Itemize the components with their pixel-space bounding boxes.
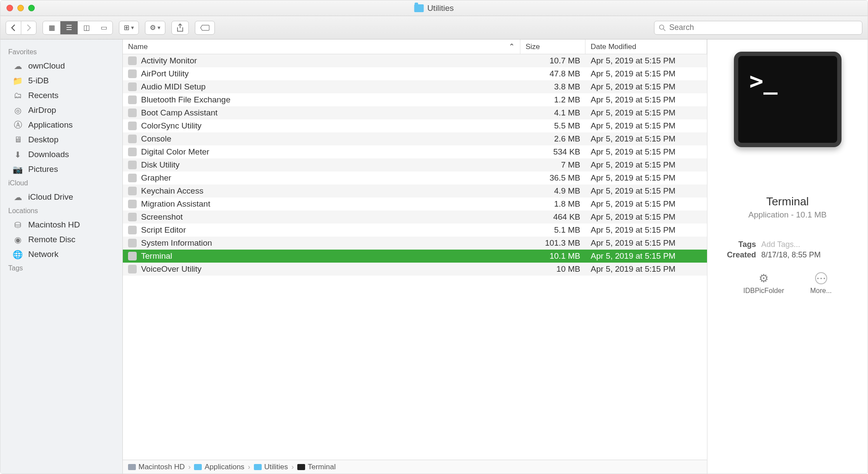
file-row[interactable]: VoiceOver Utility10 MBApr 5, 2019 at 5:1… [123, 263, 707, 276]
file-date: Apr 5, 2019 at 5:15 PM [585, 56, 707, 66]
preview-action-more[interactable]: ⋯ More... [810, 272, 832, 295]
sidebar-item-label: AirDrop [28, 105, 56, 115]
sidebar-item-label: Desktop [28, 135, 59, 145]
file-size: 464 KB [520, 212, 585, 222]
file-row[interactable]: Grapher36.5 MBApr 5, 2019 at 5:15 PM [123, 171, 707, 184]
svg-line-1 [664, 29, 666, 31]
file-size: 3.8 MB [520, 82, 585, 92]
file-row[interactable]: Digital Color Meter534 KBApr 5, 2019 at … [123, 145, 707, 158]
file-size: 7 MB [520, 160, 585, 170]
file-row[interactable]: ColorSync Utility5.5 MBApr 5, 2019 at 5:… [123, 119, 707, 132]
file-date: Apr 5, 2019 at 5:15 PM [585, 147, 707, 157]
column-header-date[interactable]: Date Modified [585, 40, 707, 54]
view-list-button[interactable]: ☰ [60, 21, 78, 34]
app-icon [128, 109, 137, 117]
column-header-size[interactable]: Size [520, 40, 585, 54]
sidebar-item[interactable]: 📷Pictures [0, 162, 122, 177]
file-date: Apr 5, 2019 at 5:15 PM [585, 225, 707, 235]
back-button[interactable] [6, 21, 21, 35]
preview-action-folder[interactable]: ⚙ IDBPicFolder [743, 272, 784, 295]
network-icon: 🌐 [13, 250, 23, 259]
sidebar-item-label: Macintosh HD [28, 220, 80, 230]
breadcrumb-separator: › [292, 463, 294, 471]
folder-icon [414, 4, 424, 12]
sidebar-item[interactable]: ⒶApplications [0, 118, 122, 132]
sidebar-item-label: Network [28, 250, 59, 259]
search-field[interactable] [654, 21, 862, 35]
preview-action-label: IDBPicFolder [743, 287, 784, 295]
breadcrumb-item[interactable]: Utilities [254, 463, 288, 471]
path-bar: Macintosh HD›Applications›Utilities›Term… [123, 460, 707, 474]
file-row[interactable]: Audio MIDI Setup3.8 MBApr 5, 2019 at 5:1… [123, 80, 707, 93]
traffic-lights [7, 5, 35, 11]
tags-button[interactable] [195, 21, 215, 35]
view-icons-button[interactable]: ▦ [43, 21, 60, 34]
minimize-window-button[interactable] [17, 5, 24, 11]
share-button[interactable] [171, 21, 189, 35]
breadcrumb-item[interactable]: Macintosh HD [128, 463, 185, 471]
breadcrumb-label: Applications [204, 463, 244, 471]
file-row[interactable]: Console2.6 MBApr 5, 2019 at 5:15 PM [123, 132, 707, 145]
tag-icon [200, 24, 210, 31]
breadcrumb-item[interactable]: Terminal [297, 463, 335, 471]
file-name: Console [141, 134, 171, 144]
chevron-down-icon: ▾ [131, 24, 134, 31]
file-date: Apr 5, 2019 at 5:15 PM [585, 186, 707, 196]
sidebar-item[interactable]: ⛁Macintosh HD [0, 217, 122, 232]
file-row[interactable]: Script Editor5.1 MBApr 5, 2019 at 5:15 P… [123, 224, 707, 237]
applications-icon: Ⓐ [13, 121, 23, 129]
sidebar-item[interactable]: ☁ownCloud [0, 59, 122, 73]
file-size: 5.5 MB [520, 121, 585, 131]
zoom-window-button[interactable] [28, 5, 35, 11]
sidebar-item[interactable]: 🌐Network [0, 247, 122, 262]
svg-point-0 [660, 25, 664, 29]
file-size: 101.3 MB [520, 238, 585, 248]
file-list[interactable]: Activity Monitor10.7 MBApr 5, 2019 at 5:… [123, 54, 707, 460]
file-name: Screenshot [141, 212, 183, 222]
group-by-button[interactable]: ⊞ ▾ [119, 21, 139, 35]
sidebar-item[interactable]: 🖥Desktop [0, 132, 122, 147]
search-icon [659, 24, 666, 31]
file-row[interactable]: Terminal10.1 MBApr 5, 2019 at 5:15 PM [123, 250, 707, 263]
file-size: 534 KB [520, 147, 585, 157]
close-window-button[interactable] [7, 5, 13, 11]
file-row[interactable]: Keychain Access4.9 MBApr 5, 2019 at 5:15… [123, 184, 707, 198]
downloads-icon: ⬇ [13, 150, 23, 159]
file-name: Digital Color Meter [141, 147, 209, 157]
file-row[interactable]: Disk Utility7 MBApr 5, 2019 at 5:15 PM [123, 158, 707, 171]
sidebar-item[interactable]: ☁iCloud Drive [0, 190, 122, 204]
sidebar-item[interactable]: ◉Remote Disc [0, 232, 122, 247]
forward-button[interactable] [21, 21, 36, 35]
gear-icon: ⚙ [758, 272, 770, 284]
file-row[interactable]: Migration Assistant1.8 MBApr 5, 2019 at … [123, 198, 707, 211]
file-size: 36.5 MB [520, 173, 585, 183]
file-row[interactable]: Activity Monitor10.7 MBApr 5, 2019 at 5:… [123, 54, 707, 67]
search-input[interactable] [669, 23, 858, 32]
file-size: 5.1 MB [520, 225, 585, 235]
file-row[interactable]: Bluetooth File Exchange1.2 MBApr 5, 2019… [123, 93, 707, 106]
view-gallery-button[interactable]: ▭ [95, 21, 112, 34]
file-row[interactable]: System Information101.3 MBApr 5, 2019 at… [123, 237, 707, 250]
preview-meta: Tags Add Tags... Created 8/17/18, 8:55 P… [717, 239, 858, 261]
gear-icon: ⚙ [150, 23, 156, 32]
file-date: Apr 5, 2019 at 5:15 PM [585, 95, 707, 105]
tags-add-field[interactable]: Add Tags... [761, 240, 800, 249]
column-header-name[interactable]: Name ⌃ [123, 40, 520, 54]
file-name: VoiceOver Utility [141, 264, 201, 274]
file-row[interactable]: AirPort Utility47.8 MBApr 5, 2019 at 5:1… [123, 67, 707, 80]
preview-action-label: More... [810, 287, 832, 295]
action-menu-button[interactable]: ⚙ ▾ [145, 21, 165, 35]
app-icon [128, 226, 137, 234]
window-title: Utilities [414, 3, 454, 13]
breadcrumb-item[interactable]: Applications [194, 463, 244, 471]
file-row[interactable]: Boot Camp Assistant4.1 MBApr 5, 2019 at … [123, 106, 707, 119]
sidebar-item[interactable]: ⬇Downloads [0, 147, 122, 162]
file-date: Apr 5, 2019 at 5:15 PM [585, 264, 707, 274]
app-icon [128, 252, 137, 260]
sidebar-item[interactable]: ◎AirDrop [0, 103, 122, 118]
file-row[interactable]: Screenshot464 KBApr 5, 2019 at 5:15 PM [123, 211, 707, 224]
view-columns-button[interactable]: ◫ [78, 21, 95, 34]
sidebar-item[interactable]: 🗂Recents [0, 88, 122, 103]
sidebar-item[interactable]: 📁5-iDB [0, 73, 122, 88]
file-name: Disk Utility [141, 160, 180, 170]
